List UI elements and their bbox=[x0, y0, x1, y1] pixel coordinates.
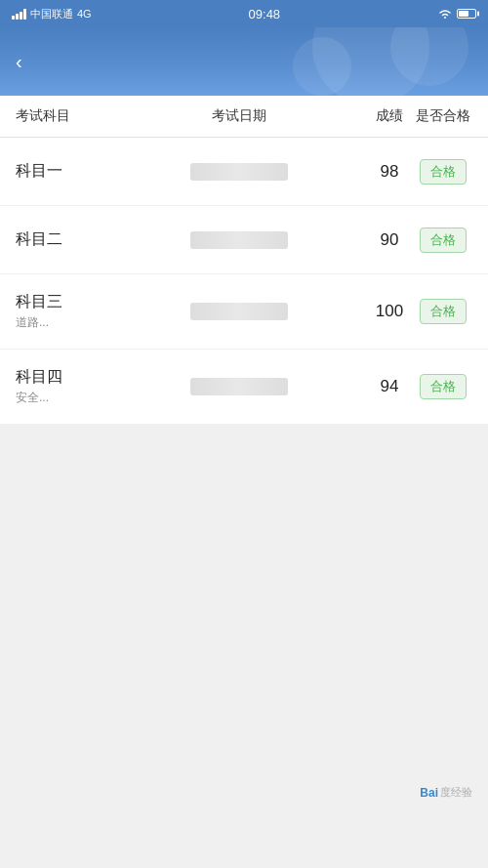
pass-badge-3: 合格 bbox=[420, 299, 467, 324]
watermark-brand: Bai bbox=[420, 786, 438, 800]
watermark-suffix: 度经验 bbox=[440, 785, 472, 800]
subject-sub-3: 道路... bbox=[16, 314, 113, 331]
table-body: 科目一 98 合格 科目二 90 合格 科目三 道路... 100 bbox=[0, 138, 488, 425]
row-score-2: 90 bbox=[365, 230, 414, 250]
status-right bbox=[437, 8, 476, 20]
row-date-2 bbox=[113, 231, 365, 249]
row-subject-4: 科目四 安全... bbox=[16, 367, 113, 406]
subject-name-4: 科目四 bbox=[16, 367, 113, 388]
blurred-date-3 bbox=[190, 303, 288, 320]
row-pass-3: 合格 bbox=[414, 299, 472, 324]
signal-icon bbox=[12, 8, 26, 20]
table-header: 考试科目 考试日期 成绩 是否合格 bbox=[0, 96, 488, 138]
row-pass-2: 合格 bbox=[414, 227, 472, 253]
table-row: 科目三 道路... 100 合格 bbox=[0, 274, 488, 350]
table-row: 科目一 98 合格 bbox=[0, 138, 488, 206]
battery-icon bbox=[457, 9, 476, 19]
col-header-score: 成绩 bbox=[365, 107, 414, 125]
subject-sub-4: 安全... bbox=[16, 390, 113, 406]
subject-name-2: 科目二 bbox=[16, 229, 113, 250]
col-header-pass: 是否合格 bbox=[414, 107, 472, 125]
row-score-4: 94 bbox=[365, 377, 414, 396]
col-header-subject: 考试科目 bbox=[16, 107, 113, 125]
subject-name-3: 科目三 bbox=[16, 292, 113, 312]
back-button[interactable]: ‹ bbox=[16, 47, 30, 77]
table-row: 科目四 安全... 94 合格 bbox=[0, 350, 488, 425]
blurred-date-2 bbox=[190, 231, 288, 249]
row-score-3: 100 bbox=[365, 302, 414, 321]
wifi-icon bbox=[437, 8, 453, 20]
row-date-4 bbox=[113, 378, 365, 395]
pass-badge-2: 合格 bbox=[420, 227, 467, 253]
row-subject-3: 科目三 道路... bbox=[16, 292, 113, 331]
blurred-date-4 bbox=[190, 378, 288, 395]
row-date-3 bbox=[113, 303, 365, 320]
row-score-1: 98 bbox=[365, 162, 414, 182]
row-pass-4: 合格 bbox=[414, 374, 472, 399]
pass-badge-1: 合格 bbox=[420, 159, 467, 185]
table-row: 科目二 90 合格 bbox=[0, 206, 488, 274]
status-bar: 中国联通 4G 09:48 bbox=[0, 0, 488, 27]
pass-badge-4: 合格 bbox=[420, 374, 467, 399]
watermark: Bai 度经验 bbox=[420, 785, 472, 800]
carrier-label: 中国联通 bbox=[30, 7, 73, 21]
network-label: 4G bbox=[77, 8, 92, 20]
row-subject-2: 科目二 bbox=[16, 229, 113, 250]
time-display: 09:48 bbox=[249, 7, 281, 21]
row-subject-1: 科目一 bbox=[16, 161, 113, 182]
blurred-date-1 bbox=[190, 163, 288, 181]
col-header-date: 考试日期 bbox=[113, 107, 365, 125]
header: ‹ bbox=[0, 27, 488, 96]
status-left: 中国联通 4G bbox=[12, 7, 92, 21]
row-pass-1: 合格 bbox=[414, 159, 472, 185]
row-date-1 bbox=[113, 163, 365, 181]
footer-area: Bai 度经验 bbox=[0, 425, 488, 815]
subject-name-1: 科目一 bbox=[16, 161, 113, 182]
